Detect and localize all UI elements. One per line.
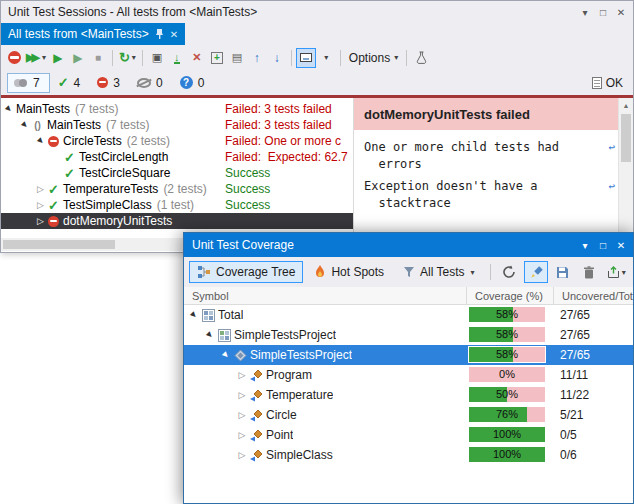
test-name: dotMemoryUnitTests bbox=[63, 214, 172, 228]
test-tree: ▶ MainTests (7 tests) Failed: 3 tests fa… bbox=[1, 98, 353, 238]
expander-icon[interactable]: ▷ bbox=[35, 184, 46, 194]
output-position-button[interactable] bbox=[296, 48, 316, 68]
inconclusive-counter[interactable]: ? 0 bbox=[174, 74, 214, 92]
test-settings-button[interactable] bbox=[411, 48, 431, 68]
aborted-counter-toggle[interactable]: 7 bbox=[7, 73, 50, 93]
save-snapshot-button[interactable] bbox=[551, 261, 575, 283]
expander-icon[interactable]: ▶ bbox=[35, 137, 46, 145]
expander-icon[interactable]: ▷ bbox=[236, 450, 248, 460]
tree-row-dotmemoryunittests[interactable]: ▷ dotMemoryUnitTests bbox=[1, 213, 353, 229]
tree-row-circletests[interactable]: ▶ CircleTests (2 tests) Failed: One or m… bbox=[1, 133, 353, 149]
expander-icon[interactable]: ▷ bbox=[236, 430, 248, 440]
hot-spots-tab[interactable]: Hot Spots bbox=[306, 261, 392, 283]
column-symbol[interactable]: Symbol bbox=[184, 287, 467, 304]
tab-all-tests[interactable]: All tests from <MainTests> ✕ bbox=[1, 23, 185, 45]
pin-icon[interactable] bbox=[155, 28, 164, 40]
toolbar-separator bbox=[406, 50, 407, 66]
column-uncovered[interactable]: Uncovered/Tota bbox=[554, 287, 633, 304]
window-menu-chevron-icon[interactable]: ▾ bbox=[576, 4, 594, 20]
scrollbar-thumb[interactable] bbox=[621, 114, 631, 162]
expander-icon[interactable]: ▶ bbox=[3, 105, 14, 113]
title-bar[interactable]: Unit Test Sessions - All tests from <Mai… bbox=[1, 1, 633, 23]
session-content: ▶ MainTests (7 tests) Failed: 3 tests fa… bbox=[1, 98, 633, 252]
stop-button[interactable]: ■ bbox=[88, 48, 108, 68]
coverage-row-circle[interactable]: ▷ Circle 76% 5/21 bbox=[184, 405, 633, 425]
window-menu-chevron-icon[interactable]: ▾ bbox=[576, 237, 594, 253]
coverage-row-temperature[interactable]: ▷ Temperature 50% 11/22 bbox=[184, 385, 633, 405]
update-coverage-button[interactable] bbox=[498, 261, 522, 283]
output-line: One or more child tests had ↩ bbox=[364, 139, 615, 156]
scrollbar-thumb[interactable] bbox=[3, 240, 115, 249]
tree-row-testsimpleclass[interactable]: ▷ ✓ TestSimpleClass (1 test) Success bbox=[1, 197, 353, 213]
passed-counter[interactable]: ✓ 4 bbox=[52, 73, 90, 92]
new-session-icon: ▣ bbox=[152, 51, 162, 64]
unit-test-sessions-window: Unit Test Sessions - All tests from <Mai… bbox=[0, 0, 634, 253]
tests-filter-dropdown[interactable]: All Tests ▾ bbox=[395, 261, 482, 283]
new-session-button[interactable]: ▣ bbox=[147, 48, 167, 68]
run-all-tests-button[interactable]: ▶▶ ▾ bbox=[24, 48, 48, 68]
export-button[interactable]: ▾ bbox=[604, 261, 628, 283]
expander-icon[interactable]: ▶ bbox=[220, 351, 232, 359]
maximize-icon[interactable]: □ bbox=[594, 237, 612, 253]
expander-icon[interactable]: ▷ bbox=[236, 390, 248, 400]
coverage-row-simpleclass[interactable]: ▷ SimpleClass 100% 0/6 bbox=[184, 445, 633, 465]
scroll-up-icon[interactable]: ▲ bbox=[619, 98, 633, 113]
coverage-bar: 100% bbox=[469, 427, 545, 442]
delete-snapshot-button[interactable] bbox=[578, 261, 602, 283]
import-results-button[interactable]: ↓ bbox=[167, 48, 187, 68]
close-icon[interactable]: ✕ bbox=[612, 4, 630, 20]
coverage-row-project[interactable]: ▶ SimpleTestsProject 58% 27/65 bbox=[184, 325, 633, 345]
options-button[interactable]: Options ▾ bbox=[345, 51, 402, 65]
floppy-save-icon bbox=[556, 266, 569, 279]
next-test-button[interactable]: ↓ bbox=[267, 48, 287, 68]
maximize-icon[interactable]: □ bbox=[594, 4, 612, 20]
rerun-failed-tests-button[interactable]: ↻ ▾ bbox=[117, 48, 138, 68]
tree-row-temperaturetests[interactable]: ▷ ✓ TemperatureTests (2 tests) Success bbox=[1, 181, 353, 197]
debug-tests-button[interactable]: ▶ bbox=[68, 48, 88, 68]
expander-icon[interactable]: ▶ bbox=[188, 311, 200, 319]
chevron-down-icon[interactable]: ▾ bbox=[132, 53, 136, 62]
coverage-row-program[interactable]: ▷ Program 0% 11/11 bbox=[184, 365, 633, 385]
failed-counter[interactable]: 3 bbox=[91, 74, 129, 92]
tree-row-testcirclesquare[interactable]: ✓ TestCircleSquare Success bbox=[1, 165, 353, 181]
close-session-button[interactable]: ✕ bbox=[187, 48, 207, 68]
expander-icon[interactable]: ▷ bbox=[236, 410, 248, 420]
flame-icon bbox=[314, 265, 326, 279]
close-icon[interactable]: ✕ bbox=[612, 237, 630, 253]
coverage-row-assembly[interactable]: ▶ SimpleTestsProject 58% 27/65 bbox=[184, 345, 633, 365]
output-scrollbar[interactable]: ▲ bbox=[618, 98, 633, 252]
coverage-tree-grid: ▶ Total 58% 27/65 ▶ SimpleTestsProject 5… bbox=[184, 305, 633, 503]
session-status-indicator bbox=[4, 48, 24, 68]
wrap-icon: ↩ bbox=[608, 178, 615, 195]
class-icon bbox=[248, 409, 264, 422]
test-status: Failed: 3 tests failed bbox=[225, 102, 332, 116]
expander-icon[interactable]: ▶ bbox=[19, 121, 30, 129]
column-coverage[interactable]: Coverage (%) bbox=[467, 287, 554, 304]
chevron-down-icon[interactable]: ▾ bbox=[42, 53, 46, 62]
expander-icon[interactable]: ▷ bbox=[236, 370, 248, 380]
append-tests-button[interactable]: + bbox=[207, 48, 227, 68]
coverage-title-bar[interactable]: Unit Test Coverage ▾ □ ✕ bbox=[184, 233, 633, 257]
expander-icon[interactable]: ▷ bbox=[35, 216, 46, 226]
highlight-code-button[interactable] bbox=[524, 261, 548, 283]
previous-test-button[interactable]: ↑ bbox=[247, 48, 267, 68]
ignored-count: 0 bbox=[156, 76, 163, 90]
group-by-icon: ▤ bbox=[232, 51, 242, 64]
tree-row-maintests[interactable]: ▶ MainTests (7 tests) Failed: 3 tests fa… bbox=[1, 101, 353, 117]
coverage-tree-tab[interactable]: Coverage Tree bbox=[189, 261, 303, 283]
ignored-counter[interactable]: 0 bbox=[131, 74, 172, 92]
tree-row-maintests-class[interactable]: ▶ () MainTests (7 tests) Failed: 3 tests… bbox=[1, 117, 353, 133]
run-tests-button[interactable]: ▶ bbox=[48, 48, 68, 68]
expander-icon[interactable]: ▶ bbox=[204, 331, 216, 339]
tab-close-icon[interactable]: ✕ bbox=[170, 29, 178, 40]
coverage-percent: 58% bbox=[469, 307, 545, 322]
tree-row-testcirclelength[interactable]: ✓ TestCircleLength Failed: Expected: 62.… bbox=[1, 149, 353, 165]
coverage-row-total[interactable]: ▶ Total 58% 27/65 bbox=[184, 305, 633, 325]
failed-icon bbox=[46, 136, 61, 147]
expander-icon[interactable]: ▷ bbox=[35, 200, 46, 210]
coverage-columns-header[interactable]: Symbol Coverage (%) Uncovered/Tota bbox=[184, 287, 633, 305]
coverage-row-point[interactable]: ▷ Point 100% 0/5 bbox=[184, 425, 633, 445]
group-by-button[interactable]: ▤ bbox=[227, 48, 247, 68]
output-position-menu-button[interactable]: ▾ bbox=[316, 48, 336, 68]
run-icon: ▶ bbox=[53, 51, 62, 65]
